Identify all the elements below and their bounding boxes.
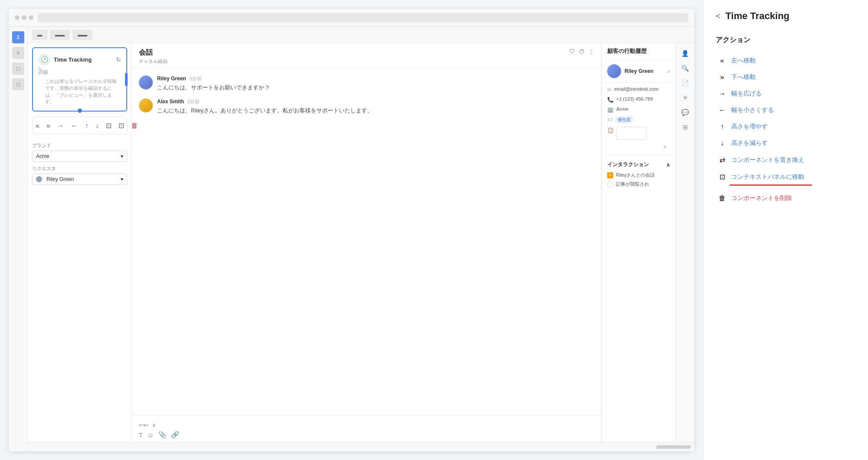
message-content-1: Riley Green 5分前 こんにちは、サポートをお願いできますか？ bbox=[157, 76, 594, 92]
format-link-icon[interactable]: 🔗 bbox=[171, 431, 179, 439]
toolbar-btn-2[interactable]: ▬▬ bbox=[50, 30, 70, 40]
scrollbar-row bbox=[28, 442, 694, 451]
window-maximize-dot bbox=[29, 15, 33, 20]
window-minimize-dot bbox=[22, 15, 26, 20]
panel-header: < Time Tracking bbox=[716, 10, 856, 22]
customer-name-block: Riley Green bbox=[607, 64, 654, 78]
app-logo[interactable]: Z bbox=[12, 31, 24, 43]
section-divider bbox=[602, 155, 675, 156]
chat-draft-icons: ↩↩ ∨ bbox=[139, 419, 594, 431]
action-decrease-height[interactable]: ↓ 高さを減らす bbox=[716, 136, 856, 151]
customer-expand-icon[interactable]: ∧ bbox=[667, 69, 670, 74]
refresh-icon[interactable]: ↻ bbox=[116, 56, 121, 63]
action-move-down-icon: » bbox=[717, 73, 727, 81]
action-context-panel-icon: ⊡ bbox=[717, 173, 727, 181]
customer-phone-row: 📞 +1 (123) 456-789 bbox=[607, 96, 670, 103]
brand-select[interactable]: Acme ▾ bbox=[32, 151, 127, 162]
customer-info-list: ✉ email@zendesk.com 📞 +1 (123) 456-789 🏢… bbox=[602, 83, 675, 154]
chat-header-icons: ⛉ ⏱ ⋮ bbox=[569, 48, 594, 55]
panel-icon-chat[interactable]: 💬 bbox=[679, 106, 691, 118]
message-avatar-alex bbox=[139, 99, 153, 112]
action-expand-width[interactable]: → 幅を広げる bbox=[716, 86, 856, 101]
brand-form-group: ブランド Acme ▾ bbox=[32, 142, 127, 162]
content-toolbar: ▬ ▬▬ ▬▬ bbox=[28, 27, 694, 43]
customer-tag-row: 🏷 優先度 bbox=[607, 116, 670, 123]
add-field-icon[interactable]: + bbox=[663, 143, 667, 150]
panel-back-button[interactable]: < bbox=[716, 12, 720, 20]
action-shrink-width[interactable]: ← 幅を小さくする bbox=[716, 103, 856, 118]
right-panel: < Time Tracking アクション « 左へ移動 » 下へ移動 → 幅を… bbox=[703, 0, 868, 460]
action-move-down[interactable]: » bbox=[45, 121, 52, 131]
action-delete[interactable]: 🗑 bbox=[130, 121, 139, 131]
action-delete-label: コンポーネントを削除 bbox=[731, 194, 792, 202]
customer-avatar bbox=[607, 64, 621, 78]
action-resize[interactable]: ⊡ bbox=[105, 121, 113, 131]
format-text-icon[interactable]: T bbox=[139, 431, 143, 439]
toolbar-btn-3[interactable]: ▬▬ bbox=[72, 30, 92, 40]
chat-subtitle: チャネル経由 bbox=[139, 58, 168, 65]
action-decrease-height-icon: ↓ bbox=[717, 139, 727, 147]
message-content-2: Alex Smith 2分前 こんにちは、Rileyさん。ありがとうございます。… bbox=[157, 99, 594, 115]
customer-email-row: ✉ email@zendesk.com bbox=[607, 86, 670, 93]
scrollbar-thumb[interactable] bbox=[656, 445, 691, 449]
chat-filter-icon[interactable]: ⛉ bbox=[569, 48, 575, 55]
action-move-left[interactable]: « bbox=[34, 121, 41, 131]
interactions-list: N Rileyさんとの会話 記事が閲覧され bbox=[602, 172, 675, 187]
action-context[interactable]: ⊡ bbox=[117, 121, 125, 131]
interaction-text-1: Rileyさんとの会話 bbox=[616, 172, 655, 178]
requester-select[interactable]: Riley Green ▾ bbox=[32, 174, 127, 185]
actions-section-title: アクション bbox=[716, 36, 856, 45]
action-expand-width-icon: → bbox=[717, 90, 727, 98]
interaction-dot-1: N bbox=[607, 172, 613, 178]
widget-detail-label: 詳細 bbox=[38, 69, 121, 76]
chat-clock-icon[interactable]: ⏱ bbox=[579, 48, 585, 55]
action-move-left[interactable]: « 左へ移動 bbox=[716, 53, 856, 68]
action-move-up[interactable]: ↑ bbox=[84, 121, 90, 131]
customer-extra-row: 📋 bbox=[607, 127, 670, 140]
action-increase-height[interactable]: ↑ 高さを増やす bbox=[716, 119, 856, 134]
action-move-left-arrow[interactable]: ← bbox=[70, 121, 79, 131]
panel-icon-user[interactable]: 👤 bbox=[679, 47, 691, 59]
browser-window-controls bbox=[15, 15, 33, 20]
format-attach-icon[interactable]: 📎 bbox=[158, 431, 167, 439]
action-move-right-arrow[interactable]: → bbox=[56, 121, 66, 131]
browser-titlebar bbox=[9, 9, 694, 27]
message-author-1: Riley Green bbox=[157, 76, 186, 82]
action-delete-component[interactable]: 🗑 コンポーネントを削除 bbox=[716, 191, 856, 206]
sidebar-icon-2[interactable]: ◻ bbox=[12, 62, 24, 75]
brand-label: ブランド bbox=[32, 142, 127, 149]
panel-icon-note[interactable]: 📄 bbox=[679, 77, 691, 89]
sidebar-icon-1[interactable]: ≡ bbox=[12, 47, 24, 59]
action-list: « 左へ移動 » 下へ移動 → 幅を広げる ← 幅を小さくする ↑ 高さを増やす… bbox=[716, 53, 856, 206]
format-emoji-icon[interactable]: ☺ bbox=[147, 431, 154, 439]
widget-resize-right[interactable] bbox=[125, 73, 128, 86]
draft-icon-expand[interactable]: ∨ bbox=[152, 422, 156, 428]
action-move-down-arrow[interactable]: ↓ bbox=[94, 121, 100, 131]
action-move-down[interactable]: » 下へ移動 bbox=[716, 70, 856, 85]
customer-column: 顧客の行動履歴 Riley Green ∧ ✉ email@zende bbox=[602, 43, 675, 442]
customer-notes-box[interactable] bbox=[616, 127, 647, 140]
interactions-expand-icon[interactable]: ∧ bbox=[666, 162, 670, 168]
interactions-title: インタラクション bbox=[607, 161, 649, 168]
widget-placeholder-text: これは単なるプレースホルダ情報です。実際の表示を確認するには、「プレビュー」を選… bbox=[45, 78, 121, 105]
customer-phone: +1 (123) 456-789 bbox=[616, 96, 653, 102]
chat-more-icon[interactable]: ⋮ bbox=[588, 48, 594, 55]
action-move-left-icon: « bbox=[717, 57, 727, 65]
widget-edit-icon[interactable]: ✎ bbox=[38, 66, 42, 72]
panel-icon-spark[interactable]: ✳ bbox=[679, 92, 691, 104]
toolbar-btn-1[interactable]: ▬ bbox=[32, 30, 47, 40]
panel-icon-grid[interactable]: ⊞ bbox=[679, 121, 691, 133]
requester-chevron-icon: ▾ bbox=[121, 176, 123, 182]
chat-messages: Riley Green 5分前 こんにちは、サポートをお願いできますか？ bbox=[132, 69, 601, 415]
draft-icon-ai[interactable]: ↩↩ bbox=[139, 422, 148, 428]
company-icon: 🏢 bbox=[607, 107, 614, 113]
brand-value: Acme bbox=[36, 153, 49, 159]
panel-icon-search[interactable]: 🔍 bbox=[679, 62, 691, 74]
widget-resize-bottom[interactable] bbox=[78, 108, 82, 113]
action-replace-component[interactable]: ⇄ コンポーネントを置き換え bbox=[716, 152, 856, 168]
brand-chevron-icon: ▾ bbox=[121, 153, 123, 159]
action-context-panel[interactable]: ⊡ コンテキストパネルに移動 bbox=[716, 169, 856, 184]
sidebar-icon-3[interactable]: ◻ bbox=[12, 78, 24, 90]
phone-icon: 📞 bbox=[607, 97, 614, 103]
customer-section-title: 顧客の行動履歴 bbox=[602, 43, 675, 60]
